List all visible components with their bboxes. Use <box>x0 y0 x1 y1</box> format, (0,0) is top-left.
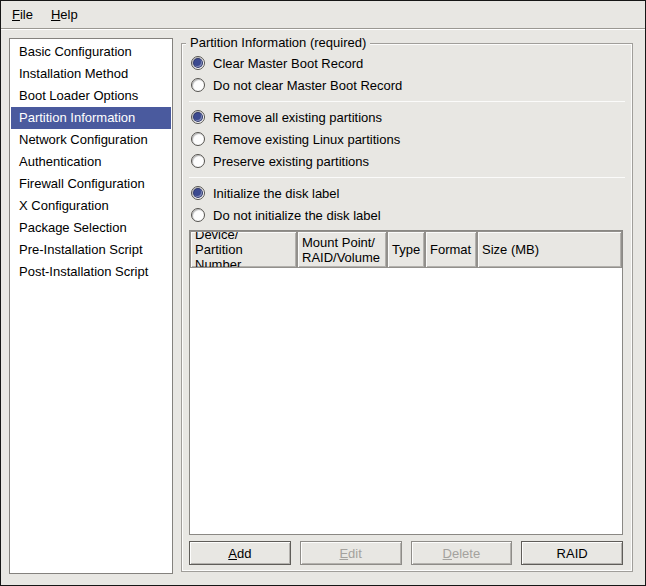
radio-initialize-disk-label[interactable]: Initialize the disk label <box>188 182 626 204</box>
column-header-type[interactable]: Type <box>387 231 425 268</box>
sidebar-item-firewall-configuration[interactable]: Firewall Configuration <box>11 173 171 195</box>
sidebar-item-installation-method[interactable]: Installation Method <box>11 63 171 85</box>
radio-initialize-disk-label-label: Initialize the disk label <box>213 186 339 201</box>
sidebar-item-network-configuration[interactable]: Network Configuration <box>11 129 171 151</box>
radio-selected-icon <box>191 56 205 70</box>
sidebar-item-package-selection[interactable]: Package Selection <box>11 217 171 239</box>
radio-selected-icon <box>191 186 205 200</box>
section-list: Basic Configuration Installation Method … <box>9 38 173 574</box>
column-header-mount-point[interactable]: Mount Point/ RAID/Volume <box>297 231 387 268</box>
sidebar-item-basic-configuration[interactable]: Basic Configuration <box>11 41 171 63</box>
menubar: File Help <box>1 1 645 29</box>
delete-button-label: Delete <box>443 546 481 561</box>
radio-preserve-partitions-label: Preserve existing partitions <box>213 154 369 169</box>
raid-button[interactable]: RAID <box>521 541 623 565</box>
column-header-format[interactable]: Format <box>425 231 477 268</box>
radio-clear-mbr-label: Clear Master Boot Record <box>213 56 363 71</box>
column-header-size[interactable]: Size (MB) <box>477 231 622 268</box>
frame-content: Clear Master Boot Record Do not clear Ma… <box>182 44 632 571</box>
sidebar-item-boot-loader-options[interactable]: Boot Loader Options <box>11 85 171 107</box>
radio-do-not-initialize-disk-label-label: Do not initialize the disk label <box>213 208 381 223</box>
radio-remove-linux-partitions[interactable]: Remove existing Linux partitions <box>188 128 626 150</box>
radio-do-not-initialize-disk-label[interactable]: Do not initialize the disk label <box>188 204 626 226</box>
add-button[interactable]: Add <box>189 541 291 565</box>
delete-button: Delete <box>411 541 513 565</box>
edit-button: Edit <box>300 541 402 565</box>
column-header-device[interactable]: Device/ Partition Number <box>190 231 297 268</box>
radio-remove-all-partitions-label: Remove all existing partitions <box>213 110 382 125</box>
sidebar-item-pre-installation-script[interactable]: Pre-Installation Script <box>11 239 171 261</box>
menu-help-label: Help <box>51 7 78 22</box>
kickstart-configurator-window: File Help Basic Configuration Installati… <box>0 0 646 586</box>
button-row: Add Edit Delete RAID <box>189 541 623 565</box>
menu-file-label: File <box>12 7 33 22</box>
menu-help[interactable]: Help <box>42 3 87 26</box>
radio-do-not-clear-mbr-label: Do not clear Master Boot Record <box>213 78 402 93</box>
partition-table-body[interactable] <box>190 268 622 534</box>
separator <box>189 101 625 102</box>
sidebar-item-partition-information[interactable]: Partition Information <box>11 107 171 129</box>
edit-button-label: Edit <box>339 546 361 561</box>
sidebar-item-post-installation-script[interactable]: Post-Installation Script <box>11 261 171 283</box>
sidebar-item-x-configuration[interactable]: X Configuration <box>11 195 171 217</box>
sidebar-item-authentication[interactable]: Authentication <box>11 151 171 173</box>
radio-clear-mbr[interactable]: Clear Master Boot Record <box>188 52 626 74</box>
radio-remove-all-partitions[interactable]: Remove all existing partitions <box>188 106 626 128</box>
radio-unselected-icon <box>191 208 205 222</box>
radio-remove-linux-partitions-label: Remove existing Linux partitions <box>213 132 400 147</box>
radio-unselected-icon <box>191 132 205 146</box>
radio-unselected-icon <box>191 154 205 168</box>
partition-table-header: Device/ Partition Number Mount Point/ RA… <box>190 231 622 268</box>
raid-button-label: RAID <box>557 546 588 561</box>
add-button-label: Add <box>228 546 251 561</box>
radio-preserve-partitions[interactable]: Preserve existing partitions <box>188 150 626 172</box>
partition-table: Device/ Partition Number Mount Point/ RA… <box>189 230 623 535</box>
radio-selected-icon <box>191 110 205 124</box>
separator <box>189 177 625 178</box>
partition-information-frame: Partition Information (required) Clear M… <box>181 43 633 572</box>
radio-do-not-clear-mbr[interactable]: Do not clear Master Boot Record <box>188 74 626 96</box>
menu-file[interactable]: File <box>3 3 42 26</box>
radio-unselected-icon <box>191 78 205 92</box>
